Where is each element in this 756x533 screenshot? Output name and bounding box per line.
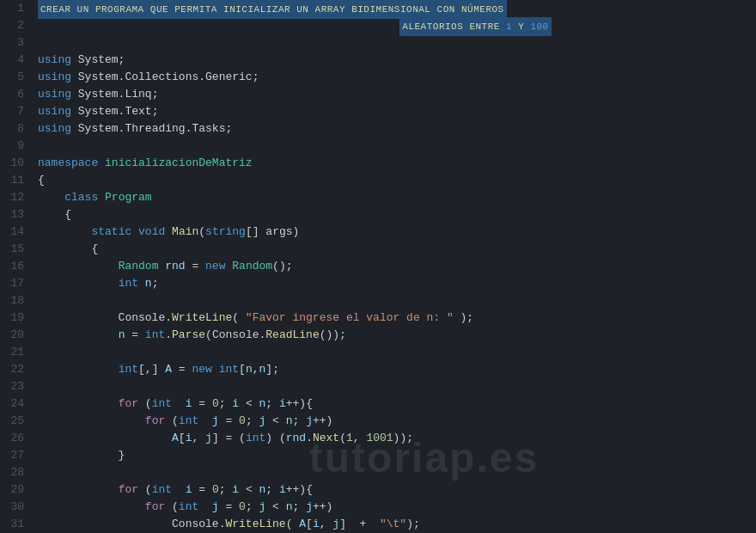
- ln-30: 30: [9, 499, 24, 516]
- ln-21: 21: [9, 344, 24, 361]
- ln-5: 5: [9, 69, 24, 86]
- code-line-15: {: [38, 241, 756, 258]
- code-line-30: for (int j = 0; j < n; j++): [38, 499, 756, 516]
- code-line-21: [38, 344, 756, 361]
- ln-15: 15: [9, 241, 24, 258]
- code-line-1: CREAR UN PROGRAMA QUE PERMITA INICIALIZA…: [38, 0, 756, 17]
- code-line-10: namespace inicializacionDeMatriz: [38, 155, 756, 172]
- ln-6: 6: [9, 86, 24, 103]
- ln-27: 27: [9, 447, 24, 464]
- code-line-13: {: [38, 206, 756, 224]
- comment-highlight: CREAR UN PROGRAMA QUE PERMITA INICIALIZA…: [38, 0, 507, 19]
- ln-16: 16: [9, 258, 24, 275]
- ln-18: 18: [9, 292, 24, 309]
- code-editor: 1 2 3 4 5 6 7 8 9 10 11 12 13 14 15 16 1…: [0, 0, 756, 533]
- ln-13: 13: [9, 206, 24, 224]
- code-line-9: [38, 138, 756, 155]
- ln-7: 7: [9, 103, 24, 120]
- ln-29: 29: [9, 481, 24, 499]
- code-line-24: for (int i = 0; i < n; i++){: [38, 395, 756, 413]
- code-line-27: }: [38, 447, 756, 464]
- code-line-31: Console.WriteLine( A[i, j] + "\t");: [38, 516, 756, 533]
- ln-1: 1: [9, 0, 24, 17]
- ln-9: 9: [9, 138, 24, 155]
- code-content[interactable]: CREAR UN PROGRAMA QUE PERMITA INICIALIZA…: [33, 0, 756, 533]
- ln-11: 11: [9, 172, 24, 189]
- code-line-20: n = int.Parse(Console.ReadLine());: [38, 327, 756, 344]
- ln-17: 17: [9, 275, 24, 292]
- code-line-17: int n;: [38, 275, 756, 292]
- code-line-18: [38, 292, 756, 309]
- ln-23: 23: [9, 378, 24, 395]
- code-line-29: for (int i = 0; i < n; i++){: [38, 481, 756, 499]
- code-line-8: using System.Threading.Tasks;: [38, 120, 756, 138]
- ln-2: 2: [9, 17, 24, 34]
- ln-4: 4: [9, 52, 24, 69]
- code-line-11: {: [38, 172, 756, 189]
- ln-19: 19: [9, 309, 24, 327]
- ln-14: 14: [9, 224, 24, 241]
- code-line-3: [38, 34, 756, 52]
- code-line-4: using System;: [38, 52, 756, 69]
- ln-28: 28: [9, 464, 24, 481]
- code-line-12: class Program: [38, 189, 756, 206]
- code-line-22: int[,] A = new int[n,n];: [38, 361, 756, 378]
- code-line-19: Console.WriteLine( "Favor ingrese el val…: [38, 309, 756, 327]
- ln-20: 20: [9, 327, 24, 344]
- code-line-26: A[i, j] = (int) (rnd.Next(1, 1001));: [38, 430, 756, 447]
- ln-31: 31: [9, 516, 24, 533]
- code-line-7: using System.Text;: [38, 103, 756, 120]
- ln-8: 8: [9, 120, 24, 138]
- code-line-2: ALEATORIOS ENTRE 1 Y 100: [38, 17, 756, 34]
- ln-22: 22: [9, 361, 24, 378]
- ln-25: 25: [9, 413, 24, 430]
- code-line-5: using System.Collections.Generic;: [38, 69, 756, 86]
- code-line-23: [38, 378, 756, 395]
- line-numbers: 1 2 3 4 5 6 7 8 9 10 11 12 13 14 15 16 1…: [0, 0, 33, 533]
- ln-26: 26: [9, 430, 24, 447]
- code-line-14: static void Main(string[] args): [38, 224, 756, 241]
- ln-3: 3: [9, 34, 24, 52]
- ln-10: 10: [9, 155, 24, 172]
- code-line-28: [38, 464, 756, 481]
- code-line-25: for (int j = 0; j < n; j++): [38, 413, 756, 430]
- code-line-6: using System.Linq;: [38, 86, 756, 103]
- ln-12: 12: [9, 189, 24, 206]
- comment-highlight-2: ALEATORIOS ENTRE 1 Y 100: [399, 17, 551, 36]
- ln-24: 24: [9, 395, 24, 413]
- code-line-16: Random rnd = new Random();: [38, 258, 756, 275]
